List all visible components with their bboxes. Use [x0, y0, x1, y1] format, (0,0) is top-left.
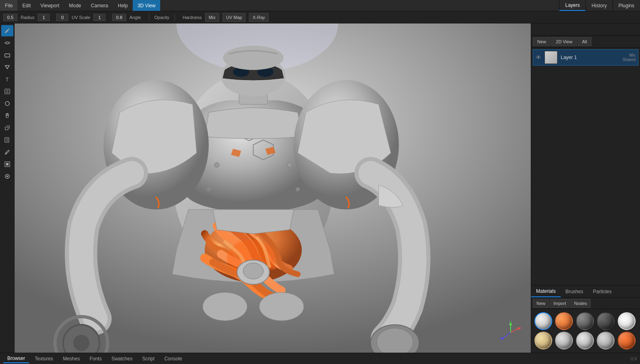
uvscale-input[interactable]	[56, 14, 68, 21]
tool-dropper[interactable]	[1, 146, 13, 158]
tab-brushes[interactable]: Brushes	[561, 286, 588, 297]
menu-tab-layers[interactable]: Layers	[559, 0, 585, 11]
tool-smooth[interactable]	[1, 37, 13, 49]
svg-point-8	[6, 176, 8, 177]
svg-point-33	[223, 46, 284, 70]
svg-text:T: T	[6, 77, 9, 83]
svg-point-34	[203, 292, 247, 321]
tool-clone[interactable]	[1, 122, 13, 133]
radius-label: Radius	[21, 15, 34, 20]
separator-2	[174, 14, 175, 21]
angle-label: UV Scale	[72, 15, 90, 20]
svg-point-42	[517, 327, 520, 330]
tab-fonts[interactable]: Fonts	[85, 354, 106, 363]
svg-point-30	[296, 187, 300, 191]
layer-shared-label: Shared	[623, 57, 636, 62]
menu-help[interactable]: Help	[113, 0, 133, 11]
layer-item[interactable]: 👁 Layer 1 Mix Shared	[533, 49, 638, 66]
materials-import-button[interactable]: Import	[550, 299, 570, 308]
separator-1	[149, 14, 149, 21]
layer-mix-label: Mix	[629, 53, 636, 57]
layer-visibility-icon[interactable]: 👁	[536, 54, 541, 61]
material-swatch-8[interactable]	[576, 332, 594, 349]
svg-point-44	[501, 337, 504, 340]
svg-point-35	[259, 292, 304, 321]
viewport[interactable]: X Y Z	[15, 23, 531, 353]
materials-nodes-button[interactable]: Nodes	[570, 299, 591, 308]
svg-point-43	[509, 323, 512, 326]
layers-all-button[interactable]: All	[578, 37, 591, 46]
tool-sphere[interactable]	[1, 98, 13, 109]
layer-thumbnail	[545, 51, 557, 64]
tool-erase[interactable]	[1, 49, 13, 61]
sym-z-button[interactable]: X-Ray	[249, 13, 269, 22]
hardness-label: Angle	[129, 15, 141, 20]
tool-paint[interactable]	[1, 25, 13, 36]
tool-layers-book[interactable]	[1, 134, 13, 146]
menu-bar: File Edit Viewport Mode Camera Help 3D V…	[0, 0, 640, 11]
menu-bar-right: Layers History Plugins	[559, 0, 640, 11]
tab-browser[interactable]: Browser	[3, 354, 29, 363]
tool-hand[interactable]	[1, 110, 13, 121]
svg-point-29	[207, 187, 211, 191]
material-swatch-9[interactable]	[597, 332, 615, 349]
tab-materials[interactable]: Materials	[531, 286, 561, 297]
svg-line-36	[511, 328, 519, 332]
symmetry-label: Hardness	[183, 15, 202, 20]
material-swatch-2[interactable]	[555, 312, 573, 330]
svg-point-3	[5, 102, 9, 106]
menu-mode[interactable]: Mode	[64, 0, 86, 11]
materials-header: Materials Brushes Particles	[531, 286, 640, 298]
viewport-gizmo: X Y Z	[498, 320, 523, 345]
material-swatch-7[interactable]	[555, 332, 573, 349]
tab-textures[interactable]: Textures	[31, 354, 57, 363]
menu-tab-plugins[interactable]: Plugins	[612, 0, 640, 11]
svg-point-27	[214, 163, 219, 167]
angle-input[interactable]	[93, 14, 106, 21]
svg-rect-0	[5, 54, 10, 57]
layers-list: 👁 Layer 1 Mix Shared	[531, 48, 640, 168]
tool-export[interactable]	[1, 159, 13, 170]
tool-mask[interactable]	[1, 61, 13, 73]
sym-y-button[interactable]: UV Map	[223, 13, 246, 22]
svg-rect-6	[6, 163, 8, 165]
menu-3dview[interactable]: 3D View	[133, 0, 160, 11]
main-area: T	[0, 23, 640, 353]
material-swatch-5[interactable]	[618, 312, 636, 330]
tool-circle[interactable]	[1, 171, 13, 182]
material-swatch-4[interactable]	[597, 312, 615, 330]
menu-tab-history[interactable]: History	[585, 0, 612, 11]
menu-edit[interactable]: Edit	[17, 0, 36, 11]
menu-viewport[interactable]: Viewport	[36, 0, 64, 11]
opacity-input[interactable]	[112, 14, 126, 21]
tab-particles[interactable]: Particles	[588, 286, 617, 297]
material-swatch-6[interactable]	[534, 332, 552, 349]
material-swatch-3[interactable]	[576, 312, 594, 330]
materials-new-button[interactable]: New	[533, 299, 549, 308]
layer-name-label: Layer 1	[561, 55, 577, 60]
menu-file[interactable]: File	[0, 0, 17, 11]
radius-input[interactable]	[38, 14, 50, 21]
version-label: 0.9	[631, 356, 637, 361]
tab-meshes[interactable]: Meshes	[59, 354, 84, 363]
uvmap-label: Opacity	[154, 15, 169, 20]
brush-size-input[interactable]	[3, 14, 17, 21]
tool-transform[interactable]	[1, 86, 13, 97]
layers-2dview-button[interactable]: 2D View	[551, 37, 577, 46]
viewport-scene	[15, 23, 531, 353]
materials-grid	[531, 309, 640, 353]
layers-new-button[interactable]: New	[533, 37, 551, 46]
materials-toolbar: New Import Nodes	[531, 298, 640, 309]
tab-console[interactable]: Console	[160, 354, 186, 363]
tab-swatches[interactable]: Swatches	[107, 354, 136, 363]
tab-script[interactable]: Script	[138, 354, 159, 363]
left-toolbar: T	[0, 23, 15, 353]
sym-x-button[interactable]: Mix	[205, 13, 219, 22]
material-swatch-10[interactable]	[618, 332, 636, 349]
tool-text[interactable]: T	[1, 74, 13, 85]
material-swatch-1[interactable]	[534, 312, 552, 330]
svg-point-28	[287, 163, 292, 167]
svg-point-26	[73, 335, 89, 351]
menu-camera[interactable]: Camera	[86, 0, 113, 11]
layer-mix-info: Mix Shared	[623, 53, 636, 62]
